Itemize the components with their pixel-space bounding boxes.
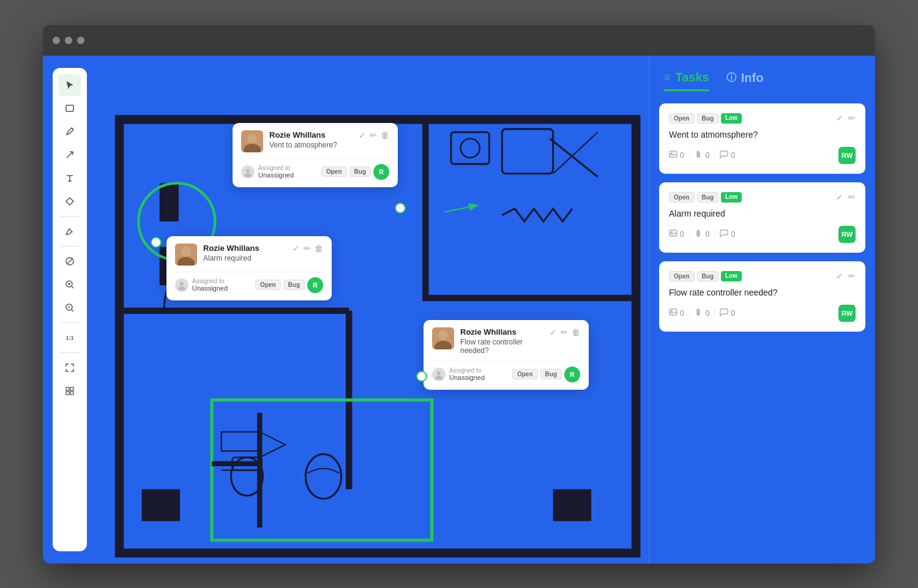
svg-rect-12	[502, 128, 553, 173]
card-1-badge-bug: Bug	[349, 166, 371, 177]
task2-stat-image: 0	[669, 229, 690, 239]
card-1-check[interactable]: ✓	[359, 130, 366, 140]
card-2-edit[interactable]: ✏	[304, 244, 311, 253]
text-tool[interactable]	[59, 167, 81, 189]
task-card-1[interactable]: Open Bug Low ✓ ✏ Went to atmomsphere?	[659, 103, 865, 174]
cursor-tool[interactable]	[59, 74, 81, 96]
svg-rect-10	[451, 132, 490, 164]
task3-check[interactable]: ✓	[836, 271, 843, 281]
eraser-tool[interactable]	[59, 220, 81, 242]
no-link-tool[interactable]	[59, 250, 81, 272]
task2-check[interactable]: ✓	[836, 192, 843, 202]
tab-tasks[interactable]: ≡ Tasks	[664, 70, 709, 91]
svg-rect-19	[160, 183, 179, 221]
task1-stats: 0 0	[669, 147, 856, 164]
zoom-in-tool[interactable]	[59, 274, 81, 296]
card-3-assigned-avatar	[432, 368, 446, 381]
task-card-1-actions: ✓ ✏	[836, 113, 856, 123]
task3-user-badge: RW	[838, 305, 856, 322]
info-icon: ⓘ	[726, 72, 736, 84]
fullscreen-tool[interactable]	[59, 357, 81, 379]
card-2-badges: Open Bug R	[255, 277, 323, 293]
toolbar-divider-4	[60, 352, 80, 353]
zoom-out-tool[interactable]	[59, 297, 81, 319]
task1-comment-count: 0	[731, 151, 735, 160]
pencil-tool[interactable]	[59, 121, 81, 143]
tab-info[interactable]: ⓘ Info	[726, 71, 764, 90]
task-card-3[interactable]: Open Bug Low ✓ ✏ Flow rate controller ne…	[659, 261, 865, 332]
task-card-2[interactable]: Open Bug Low ✓ ✏ Alarm required	[659, 182, 865, 253]
card-2-badge-open: Open	[255, 280, 281, 290]
task1-badge-open: Open	[669, 113, 695, 124]
task3-stat-attach: 0	[695, 308, 715, 318]
canvas-area[interactable]: 1:1	[43, 56, 649, 564]
canvas-card-1: Rozie Whillans Vent to atmosphere? ✓ ✏ 🗑	[233, 123, 398, 187]
card-1-assigned: Assigned to Unassigned	[241, 165, 294, 179]
arrow-tool[interactable]	[59, 144, 81, 166]
task3-badge-low: Low	[721, 271, 742, 281]
card-3-badge-bug: Bug	[540, 369, 562, 379]
toolbar-divider-1	[60, 216, 80, 217]
card-2-check[interactable]: ✓	[293, 244, 300, 253]
card-2-name: Rozie Whillans	[203, 244, 286, 253]
task1-title: Went to atmomsphere?	[669, 130, 856, 140]
task2-edit[interactable]: ✏	[848, 192, 856, 202]
card-2-delete[interactable]: 🗑	[315, 244, 323, 253]
task3-edit[interactable]: ✏	[848, 271, 856, 281]
card-1-user-badge: R	[373, 164, 389, 180]
task1-check[interactable]: ✓	[836, 113, 843, 123]
reset-zoom-tool[interactable]: 1:1	[59, 327, 81, 349]
task-card-2-header: Open Bug Low ✓ ✏	[669, 192, 856, 203]
task1-image-icon	[669, 150, 677, 160]
task3-image-icon	[669, 308, 677, 318]
card-1-delete[interactable]: 🗑	[381, 130, 389, 140]
grid-tool[interactable]	[59, 380, 81, 402]
task2-stats: 0 0	[669, 226, 856, 243]
card-2-footer: Assigned to Unassigned Open Bug R	[175, 272, 323, 293]
rectangle-tool[interactable]	[59, 97, 81, 119]
traffic-light-min[interactable]	[65, 37, 72, 44]
card-1-footer: Assigned to Unassigned Open Bug R	[241, 158, 389, 180]
traffic-light-close[interactable]	[53, 37, 60, 44]
card-2-assigned-name: Unassigned	[192, 285, 228, 292]
task3-attach-count: 0	[706, 309, 710, 318]
card-1-info: Rozie Whillans Vent to atmosphere?	[269, 130, 353, 149]
green-marker-3[interactable]	[416, 371, 427, 382]
task1-attach-count: 0	[706, 151, 710, 160]
task1-badge-low: Low	[721, 113, 742, 124]
card-3-delete[interactable]: 🗑	[572, 327, 580, 337]
card-3-edit[interactable]: ✏	[561, 327, 568, 337]
card-2-task: Alarm required	[203, 254, 286, 262]
card-3-info: Rozie Whillans Flow rate controller need…	[460, 327, 543, 355]
diamond-tool[interactable]	[59, 190, 81, 212]
green-marker-2[interactable]	[151, 237, 162, 248]
task2-title: Alarm required	[669, 209, 856, 218]
card-2-assigned-label: Assigned to	[192, 278, 228, 285]
svg-rect-9	[425, 119, 636, 298]
svg-point-43	[671, 231, 673, 233]
task3-stat-image: 0	[669, 308, 690, 318]
card-1-avatar	[241, 130, 263, 152]
app-window: 1:1	[43, 25, 875, 564]
card-3-badge-open: Open	[512, 369, 538, 379]
card-2-assigned: Assigned to Unassigned	[175, 278, 228, 292]
green-marker-1[interactable]	[395, 203, 406, 214]
task-card-2-actions: ✓ ✏	[836, 192, 856, 202]
svg-point-11	[461, 138, 480, 157]
card-3-check[interactable]: ✓	[550, 327, 557, 337]
task1-edit[interactable]: ✏	[848, 113, 856, 123]
title-bar	[43, 25, 875, 56]
task-card-1-header: Open Bug Low ✓ ✏	[669, 113, 856, 124]
card-3-avatar	[432, 327, 454, 349]
traffic-light-max[interactable]	[77, 37, 84, 44]
task-card-3-badges: Open Bug Low	[669, 271, 742, 281]
card-2-avatar	[175, 244, 197, 266]
svg-point-27	[244, 173, 252, 177]
task1-stat-attach: 0	[695, 150, 715, 160]
task2-badge-bug: Bug	[697, 192, 718, 203]
card-3-assigned-label: Assigned to	[449, 367, 485, 374]
card-3-user-badge: R	[564, 367, 580, 382]
task-card-3-header: Open Bug Low ✓ ✏	[669, 271, 856, 281]
card-1-edit[interactable]: ✏	[370, 130, 377, 140]
task2-comment-count: 0	[731, 230, 735, 239]
